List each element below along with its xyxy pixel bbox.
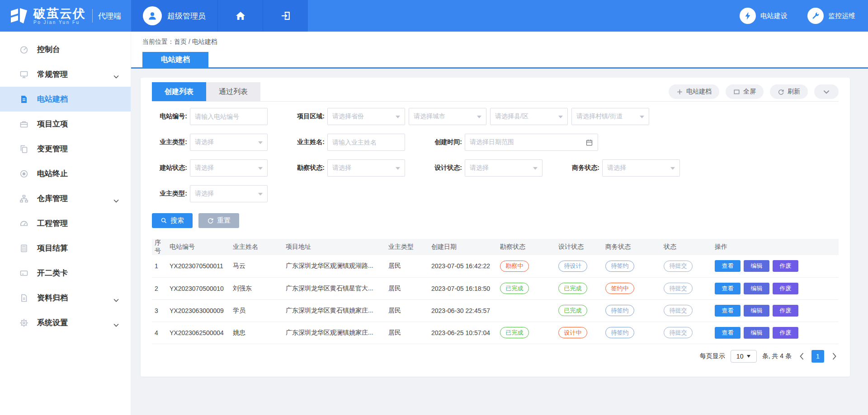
edit-button[interactable]: 编辑 bbox=[744, 327, 769, 339]
view-button[interactable]: 查看 bbox=[715, 283, 741, 294]
quick-link-construction[interactable]: 电站建设 bbox=[740, 8, 788, 24]
home-icon bbox=[235, 10, 246, 21]
app-title: 破茧云伏 bbox=[33, 7, 86, 20]
void-button[interactable]: 作废 bbox=[773, 260, 798, 272]
sidebar-item-settings[interactable]: 系统设置 bbox=[0, 310, 131, 335]
status-badge: 待提交 bbox=[664, 327, 693, 338]
void-button[interactable]: 作废 bbox=[773, 327, 798, 339]
table-row: 3 YX2023063000009 学员 广东深圳龙华区黄石镇姚家庄... 居民… bbox=[152, 299, 839, 322]
collapse-button[interactable] bbox=[814, 84, 839, 99]
refresh-button[interactable]: 刷新 bbox=[770, 84, 808, 99]
edit-button[interactable]: 编辑 bbox=[744, 283, 769, 294]
sidebar-item-change-mgmt[interactable]: 变更管理 bbox=[0, 136, 131, 161]
wrench-icon bbox=[811, 11, 820, 20]
caret-down-icon bbox=[640, 116, 644, 121]
plus-icon bbox=[676, 89, 683, 95]
status-badge: 待签约 bbox=[605, 327, 634, 338]
view-button[interactable]: 查看 bbox=[715, 260, 741, 272]
void-button[interactable]: 作废 bbox=[773, 283, 798, 294]
village-select[interactable]: 请选择村镇/街道 bbox=[571, 108, 649, 125]
breadcrumb: 当前位置：首页 / 电站建档 bbox=[142, 38, 868, 48]
design-status-select[interactable]: 请选择 bbox=[465, 159, 542, 177]
sidebar-item-console[interactable]: 控制台 bbox=[0, 37, 131, 62]
sidebar-item-type2-card[interactable]: 开二类卡 bbox=[0, 261, 131, 285]
status-badge: 勘察中 bbox=[500, 261, 529, 272]
page-size-select[interactable]: 10 bbox=[731, 350, 757, 363]
owner-type-select[interactable]: 请选择 bbox=[190, 134, 268, 151]
void-button[interactable]: 作废 bbox=[773, 305, 798, 317]
chevron-down-icon bbox=[113, 296, 119, 304]
prev-page-button[interactable] bbox=[797, 350, 806, 363]
chevron-down-icon bbox=[823, 90, 830, 94]
survey-status-select[interactable]: 请选择 bbox=[327, 159, 405, 177]
sidebar-item-station-terminate[interactable]: 电站终止 bbox=[0, 161, 131, 186]
sidebar-item-station-archive[interactable]: 电站建档 bbox=[0, 87, 131, 112]
business-status-select[interactable]: 请选择 bbox=[602, 159, 680, 177]
search-button[interactable]: 搜索 bbox=[152, 213, 193, 228]
table-row: 2 YX2023070500010 刘强东 广东深圳龙华区黄石镇星官大... 居… bbox=[152, 277, 839, 299]
status-badge: 设计中 bbox=[558, 327, 587, 338]
city-select[interactable]: 请选择城市 bbox=[409, 108, 486, 125]
app-subtitle: Po Jian Yun Fu bbox=[33, 20, 86, 25]
create-station-button[interactable]: 电站建档 bbox=[669, 84, 719, 99]
next-page-button[interactable] bbox=[830, 350, 839, 363]
logo-section: 破茧云伏 Po Jian Yun Fu 代理端 bbox=[0, 0, 131, 32]
document-icon bbox=[19, 94, 29, 104]
date-range-picker[interactable]: 请选择日期范围 bbox=[465, 134, 598, 151]
sidebar-item-warehouse[interactable]: 仓库管理 bbox=[0, 186, 131, 211]
owner-name-input[interactable] bbox=[327, 134, 405, 151]
sidebar-item-project-init[interactable]: 项目立项 bbox=[0, 112, 131, 136]
sidebar-item-settlement[interactable]: 项目结算 bbox=[0, 236, 131, 261]
content-card: 创建列表 通过列表 电站建档 全屏 刷新 bbox=[141, 78, 850, 377]
owner-type2-select[interactable]: 请选择 bbox=[190, 185, 268, 202]
user-menu[interactable]: 超级管理员 bbox=[131, 0, 217, 32]
build-status-select[interactable]: 请选择 bbox=[190, 159, 268, 177]
gear-icon bbox=[19, 318, 29, 328]
province-select[interactable]: 请选择省份 bbox=[327, 108, 405, 125]
table-row: 4 YX2023062500004 姚忠 广东深圳龙华区观澜镇姚家庄... 居民… bbox=[152, 322, 839, 344]
refresh-icon bbox=[778, 89, 784, 95]
table-row: 1 YX2023070500011 马云 广东深圳龙华区观澜镇观湖路... 居民… bbox=[152, 255, 839, 277]
tab-create-list[interactable]: 创建列表 bbox=[152, 82, 206, 101]
reset-button[interactable]: 重置 bbox=[198, 213, 239, 228]
card-icon bbox=[19, 268, 29, 278]
caret-down-icon bbox=[670, 167, 675, 172]
avatar[interactable] bbox=[143, 6, 162, 25]
fullscreen-button[interactable]: 全屏 bbox=[726, 84, 764, 99]
sitemap-icon bbox=[19, 194, 29, 204]
dashboard-icon bbox=[19, 45, 29, 55]
caret-down-icon bbox=[747, 355, 750, 359]
gauge-icon bbox=[19, 219, 29, 228]
county-select[interactable]: 请选择县/区 bbox=[490, 108, 568, 125]
user-icon bbox=[147, 10, 158, 21]
status-badge: 待签约 bbox=[605, 305, 634, 316]
logout-button[interactable] bbox=[263, 0, 308, 32]
status-badge: 签约中 bbox=[605, 283, 634, 294]
station-code-input[interactable] bbox=[190, 108, 268, 125]
home-button[interactable] bbox=[217, 0, 263, 32]
status-badge: 已完成 bbox=[558, 283, 587, 294]
total-count-label: 条, 共 4 条 bbox=[762, 352, 792, 360]
page-title-tab[interactable]: 电站建档 bbox=[142, 52, 208, 67]
sidebar-item-general[interactable]: 常规管理 bbox=[0, 62, 131, 87]
reset-icon bbox=[207, 217, 214, 224]
edit-button[interactable]: 编辑 bbox=[744, 305, 769, 317]
edit-button[interactable]: 编辑 bbox=[744, 260, 769, 272]
search-icon bbox=[160, 217, 167, 224]
target-icon bbox=[19, 169, 29, 179]
sidebar-item-engineering[interactable]: 工程管理 bbox=[0, 211, 131, 236]
page-number-button[interactable]: 1 bbox=[811, 350, 824, 363]
caret-down-icon bbox=[258, 141, 263, 146]
view-button[interactable]: 查看 bbox=[715, 327, 741, 339]
tab-pass-list[interactable]: 通过列表 bbox=[206, 82, 260, 101]
sidebar-item-data-archive[interactable]: 资料归档 bbox=[0, 285, 131, 310]
status-badge: 待提交 bbox=[664, 261, 693, 272]
quick-link-monitoring[interactable]: 监控运维 bbox=[807, 8, 855, 24]
caret-down-icon bbox=[258, 193, 263, 198]
user-name: 超级管理员 bbox=[167, 11, 206, 21]
status-badge: 已完成 bbox=[500, 283, 529, 294]
filter-panel: 电站编号: 项目区域: 请选择省份 请选择城市 请选择县/区 请选择村镇/街道 … bbox=[152, 102, 839, 202]
table-header-row: 序号 电站编号 业主姓名 项目地址 业主类型 创建日期 勘察状态 设计状态 商务… bbox=[152, 239, 839, 255]
chevron-down-icon bbox=[113, 321, 119, 329]
view-button[interactable]: 查看 bbox=[715, 305, 741, 317]
